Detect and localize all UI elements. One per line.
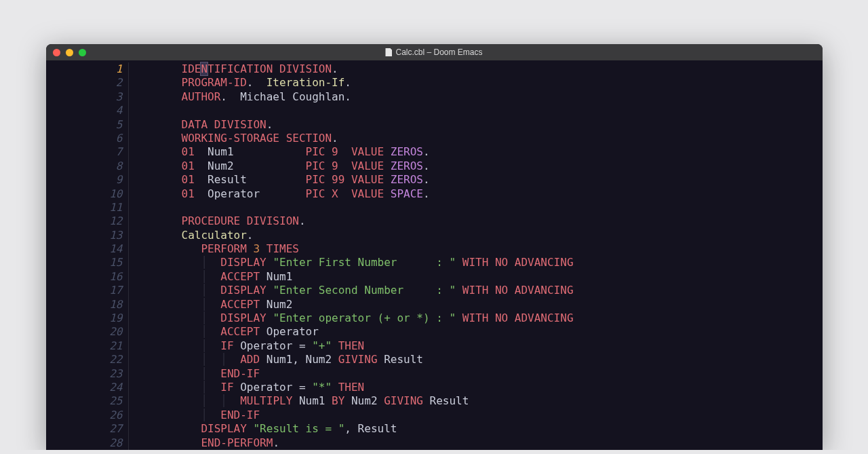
line-number: 23	[46, 367, 129, 381]
line-number: 3	[46, 90, 129, 104]
line-number: 27	[46, 422, 129, 436]
line-number: 2	[46, 76, 129, 90]
window-title-text: Calc.cbl – Doom Emacs	[395, 48, 482, 57]
code-line[interactable]: 01 Num1 PIC 9 VALUE ZEROS.	[182, 145, 823, 159]
code-line[interactable]: PROCEDURE DIVISION.	[182, 214, 823, 228]
line-number: 28	[46, 436, 129, 450]
code-line[interactable]: END-PERFORM.	[182, 436, 823, 450]
line-number: 8	[46, 159, 129, 173]
line-number: 21	[46, 339, 129, 353]
line-number: 25	[46, 394, 129, 408]
code-line[interactable]: PERFORM 3 TIMES	[182, 242, 823, 256]
code-line[interactable]: │ ACCEPT Num2	[182, 298, 823, 311]
code-line[interactable]: │ DISPLAY "Enter First Number : " WITH N…	[182, 256, 823, 269]
code-content[interactable]: IDENTIFICATION DIVISION.PROGRAM-ID. Iter…	[134, 62, 823, 450]
code-line[interactable]: │ ACCEPT Operator	[182, 325, 823, 339]
code-line[interactable]: │ │ ADD Num1, Num2 GIVING Result	[182, 353, 823, 366]
editor-window: Calc.cbl – Doom Emacs 123456789101112131…	[46, 44, 823, 450]
line-number: 12	[46, 214, 129, 228]
code-line[interactable]: PROGRAM-ID. Iteration-If.	[182, 76, 823, 90]
line-number-gutter: 1234567891011121314151617181920212223242…	[46, 62, 134, 450]
file-icon	[385, 48, 392, 56]
line-number: 4	[46, 104, 129, 117]
maximize-button[interactable]	[79, 49, 86, 56]
code-line[interactable]: │ END-IF	[182, 409, 823, 422]
editor-area[interactable]: 1234567891011121314151617181920212223242…	[46, 60, 823, 450]
line-number: 14	[46, 242, 129, 256]
line-number: 13	[46, 229, 129, 242]
code-line[interactable]: │ DISPLAY "Enter operator (+ or *) : " W…	[182, 311, 823, 325]
code-line[interactable]: 01 Operator PIC X VALUE SPACE.	[182, 187, 823, 201]
code-line[interactable]: DISPLAY "Result is = ", Result	[182, 422, 823, 436]
line-number: 5	[46, 118, 129, 132]
line-number: 20	[46, 325, 129, 339]
code-line[interactable]: Calculator.	[182, 229, 823, 242]
line-number: 7	[46, 145, 129, 159]
code-line[interactable]: │ IF Operator = "*" THEN	[182, 381, 823, 394]
traffic-lights	[53, 49, 86, 56]
line-number: 24	[46, 381, 129, 394]
code-line[interactable]: │ │ MULTIPLY Num1 BY Num2 GIVING Result	[182, 394, 823, 408]
code-line[interactable]: AUTHOR. Michael Coughlan.	[182, 90, 823, 104]
code-line[interactable]: 01 Num2 PIC 9 VALUE ZEROS.	[182, 159, 823, 173]
line-number: 17	[46, 284, 129, 297]
window-title: Calc.cbl – Doom Emacs	[46, 48, 823, 57]
code-line[interactable]: DATA DIVISION.	[182, 118, 823, 132]
line-number: 19	[46, 311, 129, 325]
code-line[interactable]	[182, 201, 823, 214]
code-line[interactable]: WORKING-STORAGE SECTION.	[182, 132, 823, 145]
titlebar[interactable]: Calc.cbl – Doom Emacs	[46, 44, 823, 60]
close-button[interactable]	[53, 49, 60, 56]
line-number: 9	[46, 173, 129, 187]
code-line[interactable]: │ DISPLAY "Enter Second Number : " WITH …	[182, 284, 823, 297]
line-number: 6	[46, 132, 129, 145]
minimize-button[interactable]	[66, 49, 73, 56]
code-line[interactable]: IDENTIFICATION DIVISION.	[182, 62, 823, 76]
code-line[interactable]: 01 Result PIC 99 VALUE ZEROS.	[182, 173, 823, 187]
line-number: 16	[46, 270, 129, 284]
code-line[interactable]: │ ACCEPT Num1	[182, 270, 823, 284]
line-number: 1	[46, 62, 129, 76]
code-line[interactable]: │ IF Operator = "+" THEN	[182, 339, 823, 353]
line-number: 18	[46, 298, 129, 311]
code-line[interactable]: │ END-IF	[182, 367, 823, 381]
line-number: 10	[46, 187, 129, 201]
line-number: 11	[46, 201, 129, 214]
line-number: 15	[46, 256, 129, 269]
code-line[interactable]	[182, 104, 823, 117]
line-number: 26	[46, 409, 129, 422]
line-number: 22	[46, 353, 129, 366]
